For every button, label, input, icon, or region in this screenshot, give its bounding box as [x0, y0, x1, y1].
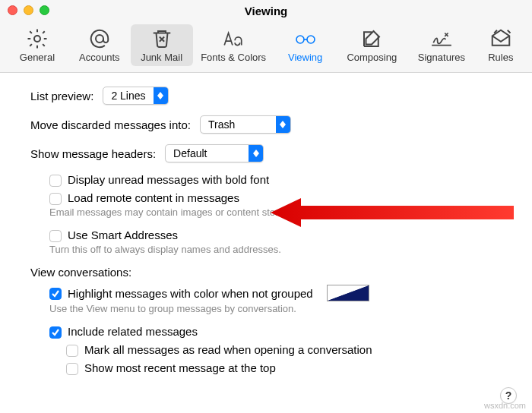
rules-icon — [489, 27, 512, 50]
view-conversations-heading: View conversations: — [30, 266, 514, 279]
chevron-updown-icon — [249, 144, 263, 162]
tab-junk-mail-label: Junk Mail — [141, 52, 182, 63]
tab-fonts-colors[interactable]: Fonts & Colors — [193, 24, 274, 66]
smart-addresses-checkbox[interactable] — [49, 230, 62, 242]
minimize-window-button[interactable] — [24, 5, 33, 15]
recent-top-label: Show most recent message at the top — [84, 361, 276, 374]
close-window-button[interactable] — [8, 5, 17, 15]
compose-icon — [360, 27, 383, 50]
svg-point-0 — [34, 36, 40, 42]
highlight-desc: Use the View menu to group messages by c… — [49, 303, 514, 314]
tab-accounts-label: Accounts — [79, 52, 119, 63]
gear-icon — [26, 27, 49, 50]
tab-general-label: General — [20, 52, 55, 63]
move-discarded-label: Move discarded messages into: — [30, 118, 191, 131]
load-remote-content-label: Load remote content in messages — [68, 191, 239, 204]
mark-read-checkbox[interactable] — [66, 345, 78, 357]
include-related-checkbox[interactable] — [49, 326, 62, 339]
headers-label: Show message headers: — [30, 147, 156, 160]
headers-value: Default — [166, 147, 249, 159]
recent-top-checkbox[interactable] — [66, 363, 78, 375]
display-bold-checkbox[interactable] — [49, 175, 62, 187]
titlebar: Viewing — [0, 0, 532, 21]
move-discarded-select[interactable]: Trash — [200, 115, 291, 134]
list-preview-label: List preview: — [30, 90, 93, 102]
tab-composing[interactable]: Composing — [337, 24, 408, 66]
zoom-window-button[interactable] — [40, 5, 49, 15]
load-remote-content-desc: Email messages may contain images or con… — [49, 206, 514, 218]
mark-read-label: Mark all messages as read when opening a… — [84, 343, 372, 356]
watermark: wsxdn.com — [484, 401, 526, 410]
window-title: Viewing — [0, 5, 532, 17]
chevron-updown-icon — [276, 115, 290, 134]
tab-fonts-colors-label: Fonts & Colors — [201, 52, 266, 63]
tab-viewing[interactable]: Viewing — [274, 24, 337, 66]
highlight-color-well[interactable] — [327, 285, 369, 301]
help-button-label: ? — [505, 389, 512, 402]
fonts-icon — [222, 27, 245, 50]
include-related-label: Include related messages — [68, 325, 198, 338]
tab-rules-label: Rules — [488, 52, 513, 63]
move-discarded-value: Trash — [201, 118, 276, 131]
svg-point-3 — [307, 36, 315, 43]
svg-point-1 — [96, 35, 103, 43]
at-sign-icon — [88, 27, 111, 50]
tab-junk-mail[interactable]: Junk Mail — [131, 24, 193, 66]
list-preview-select[interactable]: 2 Lines — [103, 87, 168, 105]
headers-select[interactable]: Default — [165, 144, 264, 162]
tab-accounts[interactable]: Accounts — [68, 24, 131, 66]
tab-general[interactable]: General — [6, 24, 68, 66]
tab-composing-label: Composing — [347, 52, 397, 63]
list-preview-value: 2 Lines — [103, 90, 153, 102]
svg-point-2 — [296, 36, 304, 43]
glasses-icon — [294, 27, 317, 50]
highlight-label: Highlight messages with color when not g… — [68, 287, 313, 300]
tab-signatures-label: Signatures — [418, 52, 465, 63]
preferences-toolbar: General Accounts Junk Mail Fonts & Color… — [0, 21, 532, 73]
smart-addresses-desc: Turn this off to always display names an… — [49, 244, 514, 255]
content-pane: List preview: 2 Lines Move discarded mes… — [0, 73, 532, 413]
smart-addresses-label: Use Smart Addresses — [68, 229, 178, 241]
tab-signatures[interactable]: Signatures — [407, 24, 476, 66]
load-remote-content-checkbox[interactable] — [49, 193, 62, 205]
chevron-updown-icon — [154, 87, 168, 105]
trash-bin-icon — [150, 27, 173, 50]
signature-icon — [430, 27, 453, 50]
tab-rules[interactable]: Rules — [476, 24, 526, 66]
highlight-checkbox[interactable] — [49, 288, 62, 300]
display-bold-label: Display unread messages with bold font — [68, 173, 269, 186]
tab-viewing-label: Viewing — [288, 52, 322, 63]
